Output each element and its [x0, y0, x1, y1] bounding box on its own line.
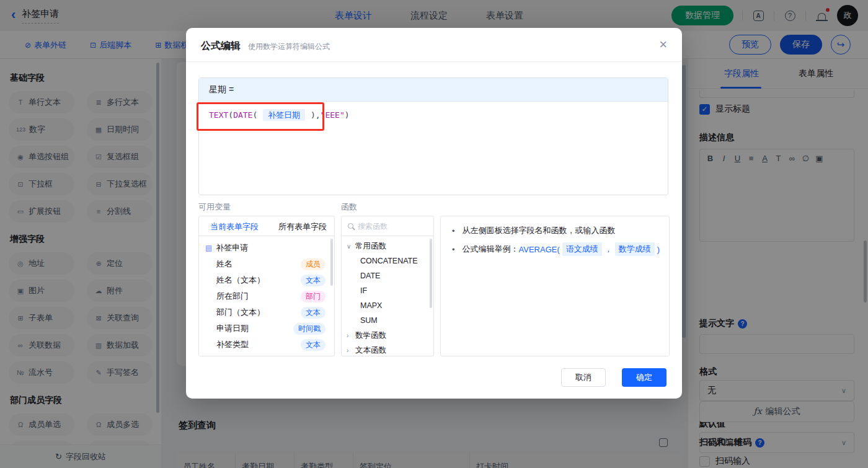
function-item[interactable]: CONCATENATE	[342, 254, 433, 268]
type-badge: 文本	[301, 339, 326, 351]
type-badge: 文本	[301, 275, 326, 286]
variable-row[interactable]: 所在部门 部门	[199, 288, 334, 304]
chevron-right-icon: ›	[347, 332, 352, 339]
variables-box: 当前表单字段 所有表单字段 ▤ 补签申请 姓名 成员 姓名（文本） 文本 所在部…	[198, 216, 335, 356]
modal-title: 公式编辑	[201, 40, 241, 53]
token-fn: DATE	[233, 110, 252, 120]
search-icon	[348, 223, 353, 229]
variables-scrollbar[interactable]	[330, 239, 333, 286]
function-item[interactable]: MAPX	[342, 298, 433, 313]
variable-row[interactable]: 姓名 成员	[199, 256, 334, 272]
example-field-chip: 数学成绩	[615, 242, 655, 256]
help-tip-2: • 公式编辑举例： AVERAGE( 语文成绩 ， 数学成绩 )	[452, 242, 660, 256]
bullet-icon: •	[452, 245, 455, 254]
close-icon[interactable]: ×	[659, 37, 667, 53]
help-box: • 从左侧面板选择字段名和函数，或输入函数 • 公式编辑举例： AVERAGE(…	[440, 216, 670, 356]
cancel-button[interactable]: 取消	[561, 368, 606, 387]
type-badge: 文本	[301, 307, 326, 319]
tab-all-form-fields[interactable]: 所有表单字段	[278, 221, 327, 232]
chevron-down-icon: ∨	[347, 243, 352, 250]
functions-scrollbar[interactable]	[430, 239, 432, 308]
function-item[interactable]: IF	[342, 283, 433, 298]
type-badge: 时间戳	[293, 323, 326, 335]
type-badge: 成员	[301, 258, 326, 270]
form-doc-icon: ▤	[205, 244, 212, 252]
app-window: ‹ 补签申请 表单设计 流程设定 表单设置 数据管理 A ? 政 ⊘ 表单外链	[0, 0, 868, 468]
form-root-node[interactable]: ▤ 补签申请	[199, 240, 334, 256]
modal-footer: 取消 确定	[186, 363, 682, 399]
formula-input[interactable]: TEXT(DATE( 补签日期 ),"EEE")	[199, 102, 668, 129]
variable-row[interactable]: 补签类型 文本	[199, 337, 334, 353]
function-search	[342, 216, 433, 236]
token-string: "EEE"	[321, 110, 345, 120]
type-badge: 部门	[301, 291, 326, 302]
token-fn: TEXT	[209, 110, 228, 120]
field-token-chip[interactable]: 补签日期	[263, 109, 305, 121]
variable-row[interactable]: 申请日期 时间戳	[199, 320, 334, 337]
function-group-text[interactable]: › 文本函数	[342, 343, 433, 356]
formula-edit-modal: 公式编辑 使用数学运算符编辑公式 × 星期 = TEXT(DATE( 补签日期 …	[186, 28, 682, 399]
help-tip-1: • 从左侧面板选择字段名和函数，或输入函数	[452, 225, 616, 236]
function-item[interactable]: SUM	[342, 313, 433, 328]
formula-editor: 星期 = TEXT(DATE( 补签日期 ),"EEE")	[198, 77, 668, 195]
functions-label: 函数	[341, 201, 357, 213]
formula-target: 星期 =	[199, 78, 668, 102]
bullet-icon: •	[452, 226, 455, 236]
function-search-input[interactable]	[358, 222, 420, 231]
confirm-button[interactable]: 确定	[622, 368, 666, 387]
functions-box: ∨ 常用函数 CONCATENATE DATE IF MAPX SUM › 数学…	[341, 216, 434, 356]
function-group-math[interactable]: › 数学函数	[342, 328, 433, 343]
tab-current-form-fields[interactable]: 当前表单字段	[210, 221, 259, 232]
function-group-common[interactable]: ∨ 常用函数	[342, 239, 433, 254]
example-field-chip: 语文成绩	[562, 242, 602, 256]
variables-label: 可用变量	[198, 201, 231, 213]
chevron-right-icon: ›	[347, 347, 352, 354]
variable-row[interactable]: 部门（文本） 文本	[199, 304, 334, 320]
variable-row[interactable]: 姓名（文本） 文本	[199, 272, 334, 288]
function-item[interactable]: DATE	[342, 268, 433, 283]
variables-tabs: 当前表单字段 所有表单字段	[199, 216, 334, 236]
modal-subtitle: 使用数学运算符编辑公式	[248, 42, 330, 52]
modal-header: 公式编辑 使用数学运算符编辑公式 ×	[186, 28, 682, 62]
